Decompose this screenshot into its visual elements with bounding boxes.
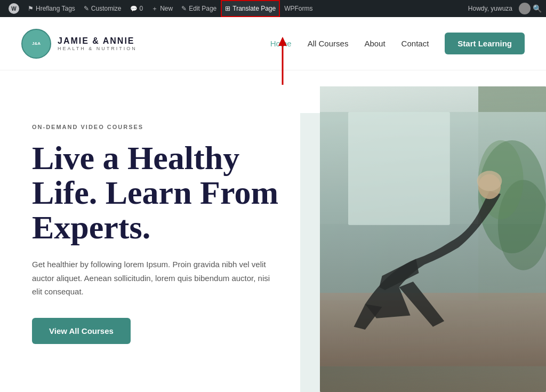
admin-bar: W ⚑ Hreflang Tags ✎ Customize 💬 0 ＋ New …: [0, 0, 546, 17]
hero-description: Get healthier by following lorem Ipsum. …: [32, 258, 277, 299]
comments-button[interactable]: 💬 0: [126, 0, 148, 17]
logo-main-text: JAMIE & ANNIE: [58, 36, 137, 46]
customize-icon: ✎: [84, 5, 89, 12]
logo-circle: J&A: [21, 29, 51, 59]
hreflang-tags-button[interactable]: ⚑ Hreflang Tags: [23, 0, 79, 17]
edit-icon: ✎: [181, 5, 187, 12]
new-button[interactable]: ＋ New: [147, 0, 177, 17]
nav-home[interactable]: Home: [270, 39, 292, 48]
hero-right: [300, 70, 546, 392]
logo-circle-text: J&A: [32, 41, 41, 46]
translate-page-button[interactable]: ⊞ Translate Page: [221, 0, 280, 17]
svg-rect-1: [348, 112, 450, 225]
view-all-courses-button[interactable]: View All Courses: [32, 318, 131, 344]
svg-point-7: [477, 171, 502, 191]
logo-sub-text: HEALTH & NUTRITION: [58, 46, 137, 51]
logo-text: JAMIE & ANNIE HEALTH & NUTRITION: [58, 36, 137, 51]
nav-all-courses[interactable]: All Courses: [308, 39, 349, 48]
edit-page-button[interactable]: ✎ Edit Page: [177, 0, 221, 17]
search-icon[interactable]: 🔍: [533, 4, 542, 13]
nav-about[interactable]: About: [364, 39, 385, 48]
start-learning-button[interactable]: Start Learning: [445, 33, 525, 54]
nav-contact[interactable]: Contact: [402, 39, 429, 48]
avatar[interactable]: [519, 3, 531, 14]
site-logo: J&A JAMIE & ANNIE HEALTH & NUTRITION: [21, 29, 137, 59]
customize-button[interactable]: ✎ Customize: [79, 0, 126, 17]
hero-left: ON-DEMAND VIDEO COURSES Live a Healthy L…: [0, 70, 300, 392]
howdy-text: Howdy, yuwuza: [464, 5, 517, 12]
admin-bar-right: Howdy, yuwuza 🔍: [464, 3, 542, 14]
hero-photo: [320, 86, 546, 392]
hero-section: ON-DEMAND VIDEO COURSES Live a Healthy L…: [0, 70, 546, 392]
wpforms-button[interactable]: WPForms: [280, 0, 317, 17]
tag-icon: ⚑: [28, 5, 34, 12]
site-nav: Home All Courses About Contact Start Lea…: [270, 33, 525, 54]
wp-logo-button[interactable]: W: [4, 0, 23, 17]
plus-icon: ＋: [151, 4, 158, 13]
svg-rect-2: [320, 293, 546, 366]
hero-image-container: [320, 86, 546, 392]
wp-logo-icon: W: [9, 3, 19, 14]
site-wrapper: J&A JAMIE & ANNIE HEALTH & NUTRITION Hom…: [0, 17, 546, 392]
yoga-person-svg: [320, 86, 546, 392]
hero-title: Live a Healthy Life. Learn From Experts.: [32, 141, 279, 245]
site-header: J&A JAMIE & ANNIE HEALTH & NUTRITION Hom…: [0, 17, 546, 70]
comment-icon: 💬: [130, 5, 138, 12]
hero-tag: ON-DEMAND VIDEO COURSES: [32, 124, 279, 130]
translate-icon: ⊞: [225, 5, 230, 12]
